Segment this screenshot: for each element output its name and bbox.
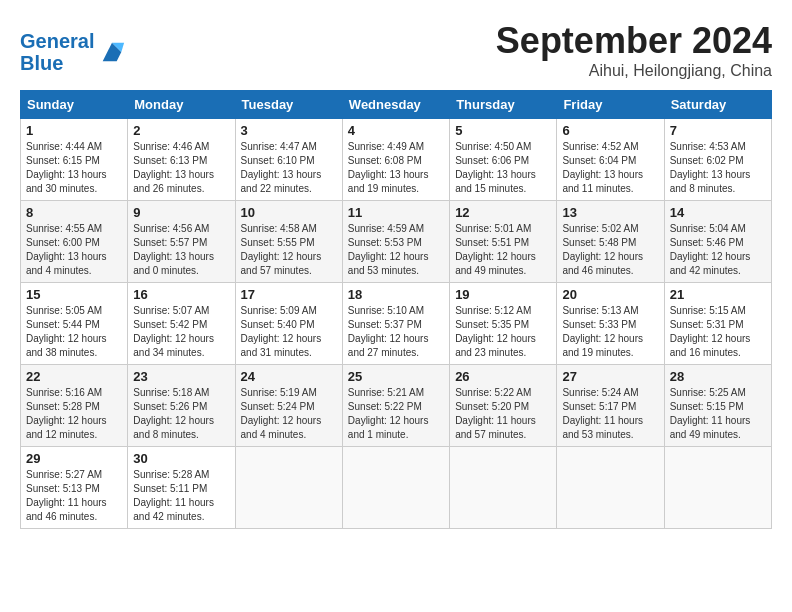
calendar-cell: 5Sunrise: 4:50 AMSunset: 6:06 PMDaylight… [450,119,557,201]
weekday-header-monday: Monday [128,91,235,119]
day-number: 21 [670,287,766,302]
title-area: September 2024 Aihui, Heilongjiang, Chin… [496,20,772,80]
location-title: Aihui, Heilongjiang, China [496,62,772,80]
day-info: Sunrise: 5:02 AMSunset: 5:48 PMDaylight:… [562,222,658,278]
calendar-cell: 27Sunrise: 5:24 AMSunset: 5:17 PMDayligh… [557,365,664,447]
day-number: 26 [455,369,551,384]
day-number: 3 [241,123,337,138]
calendar-week-row: 29Sunrise: 5:27 AMSunset: 5:13 PMDayligh… [21,447,772,529]
logo-blue: Blue [20,52,63,74]
day-number: 6 [562,123,658,138]
day-info: Sunrise: 4:58 AMSunset: 5:55 PMDaylight:… [241,222,337,278]
day-number: 29 [26,451,122,466]
day-info: Sunrise: 4:53 AMSunset: 6:02 PMDaylight:… [670,140,766,196]
day-info: Sunrise: 5:16 AMSunset: 5:28 PMDaylight:… [26,386,122,442]
calendar-cell: 1Sunrise: 4:44 AMSunset: 6:15 PMDaylight… [21,119,128,201]
weekday-header-row: SundayMondayTuesdayWednesdayThursdayFrid… [21,91,772,119]
day-info: Sunrise: 4:46 AMSunset: 6:13 PMDaylight:… [133,140,229,196]
weekday-header-tuesday: Tuesday [235,91,342,119]
calendar-week-row: 1Sunrise: 4:44 AMSunset: 6:15 PMDaylight… [21,119,772,201]
logo-general: General [20,30,94,52]
calendar-cell: 15Sunrise: 5:05 AMSunset: 5:44 PMDayligh… [21,283,128,365]
day-number: 18 [348,287,444,302]
day-number: 25 [348,369,444,384]
weekday-header-saturday: Saturday [664,91,771,119]
calendar-cell: 30Sunrise: 5:28 AMSunset: 5:11 PMDayligh… [128,447,235,529]
calendar-cell: 4Sunrise: 4:49 AMSunset: 6:08 PMDaylight… [342,119,449,201]
day-info: Sunrise: 4:59 AMSunset: 5:53 PMDaylight:… [348,222,444,278]
calendar-cell [450,447,557,529]
calendar-cell: 28Sunrise: 5:25 AMSunset: 5:15 PMDayligh… [664,365,771,447]
day-info: Sunrise: 4:49 AMSunset: 6:08 PMDaylight:… [348,140,444,196]
calendar-cell: 3Sunrise: 4:47 AMSunset: 6:10 PMDaylight… [235,119,342,201]
calendar-cell: 16Sunrise: 5:07 AMSunset: 5:42 PMDayligh… [128,283,235,365]
calendar-cell: 18Sunrise: 5:10 AMSunset: 5:37 PMDayligh… [342,283,449,365]
day-info: Sunrise: 5:09 AMSunset: 5:40 PMDaylight:… [241,304,337,360]
calendar-cell: 26Sunrise: 5:22 AMSunset: 5:20 PMDayligh… [450,365,557,447]
logo-icon [98,38,126,66]
calendar-cell: 29Sunrise: 5:27 AMSunset: 5:13 PMDayligh… [21,447,128,529]
day-number: 22 [26,369,122,384]
calendar-cell: 9Sunrise: 4:56 AMSunset: 5:57 PMDaylight… [128,201,235,283]
day-number: 8 [26,205,122,220]
calendar-cell: 11Sunrise: 4:59 AMSunset: 5:53 PMDayligh… [342,201,449,283]
day-info: Sunrise: 4:56 AMSunset: 5:57 PMDaylight:… [133,222,229,278]
day-info: Sunrise: 5:15 AMSunset: 5:31 PMDaylight:… [670,304,766,360]
day-number: 10 [241,205,337,220]
weekday-header-friday: Friday [557,91,664,119]
day-number: 11 [348,205,444,220]
calendar-cell: 17Sunrise: 5:09 AMSunset: 5:40 PMDayligh… [235,283,342,365]
day-info: Sunrise: 5:10 AMSunset: 5:37 PMDaylight:… [348,304,444,360]
calendar-week-row: 8Sunrise: 4:55 AMSunset: 6:00 PMDaylight… [21,201,772,283]
day-info: Sunrise: 5:25 AMSunset: 5:15 PMDaylight:… [670,386,766,442]
day-info: Sunrise: 5:21 AMSunset: 5:22 PMDaylight:… [348,386,444,442]
day-number: 4 [348,123,444,138]
weekday-header-wednesday: Wednesday [342,91,449,119]
day-info: Sunrise: 5:01 AMSunset: 5:51 PMDaylight:… [455,222,551,278]
day-info: Sunrise: 5:28 AMSunset: 5:11 PMDaylight:… [133,468,229,524]
logo-text: General Blue [20,30,94,74]
calendar-cell: 25Sunrise: 5:21 AMSunset: 5:22 PMDayligh… [342,365,449,447]
calendar-cell: 2Sunrise: 4:46 AMSunset: 6:13 PMDaylight… [128,119,235,201]
calendar-cell: 22Sunrise: 5:16 AMSunset: 5:28 PMDayligh… [21,365,128,447]
calendar-cell [235,447,342,529]
day-number: 28 [670,369,766,384]
day-info: Sunrise: 5:07 AMSunset: 5:42 PMDaylight:… [133,304,229,360]
day-info: Sunrise: 5:13 AMSunset: 5:33 PMDaylight:… [562,304,658,360]
day-number: 7 [670,123,766,138]
calendar-table: SundayMondayTuesdayWednesdayThursdayFrid… [20,90,772,529]
day-number: 23 [133,369,229,384]
calendar-week-row: 15Sunrise: 5:05 AMSunset: 5:44 PMDayligh… [21,283,772,365]
day-info: Sunrise: 4:55 AMSunset: 6:00 PMDaylight:… [26,222,122,278]
calendar-cell: 14Sunrise: 5:04 AMSunset: 5:46 PMDayligh… [664,201,771,283]
weekday-header-thursday: Thursday [450,91,557,119]
day-number: 16 [133,287,229,302]
day-number: 2 [133,123,229,138]
day-number: 15 [26,287,122,302]
calendar-cell [342,447,449,529]
day-info: Sunrise: 5:27 AMSunset: 5:13 PMDaylight:… [26,468,122,524]
header: General Blue September 2024 Aihui, Heilo… [20,20,772,80]
calendar-cell [664,447,771,529]
calendar-cell [557,447,664,529]
calendar-cell: 20Sunrise: 5:13 AMSunset: 5:33 PMDayligh… [557,283,664,365]
calendar-cell: 19Sunrise: 5:12 AMSunset: 5:35 PMDayligh… [450,283,557,365]
day-number: 30 [133,451,229,466]
day-info: Sunrise: 5:05 AMSunset: 5:44 PMDaylight:… [26,304,122,360]
calendar-cell: 23Sunrise: 5:18 AMSunset: 5:26 PMDayligh… [128,365,235,447]
day-info: Sunrise: 5:18 AMSunset: 5:26 PMDaylight:… [133,386,229,442]
day-info: Sunrise: 5:19 AMSunset: 5:24 PMDaylight:… [241,386,337,442]
day-number: 27 [562,369,658,384]
calendar-cell: 21Sunrise: 5:15 AMSunset: 5:31 PMDayligh… [664,283,771,365]
calendar-cell: 24Sunrise: 5:19 AMSunset: 5:24 PMDayligh… [235,365,342,447]
calendar-cell: 12Sunrise: 5:01 AMSunset: 5:51 PMDayligh… [450,201,557,283]
calendar-cell: 8Sunrise: 4:55 AMSunset: 6:00 PMDaylight… [21,201,128,283]
day-number: 9 [133,205,229,220]
day-info: Sunrise: 5:22 AMSunset: 5:20 PMDaylight:… [455,386,551,442]
day-number: 1 [26,123,122,138]
calendar-cell: 13Sunrise: 5:02 AMSunset: 5:48 PMDayligh… [557,201,664,283]
calendar-cell: 6Sunrise: 4:52 AMSunset: 6:04 PMDaylight… [557,119,664,201]
day-number: 24 [241,369,337,384]
day-info: Sunrise: 5:24 AMSunset: 5:17 PMDaylight:… [562,386,658,442]
month-title: September 2024 [496,20,772,62]
